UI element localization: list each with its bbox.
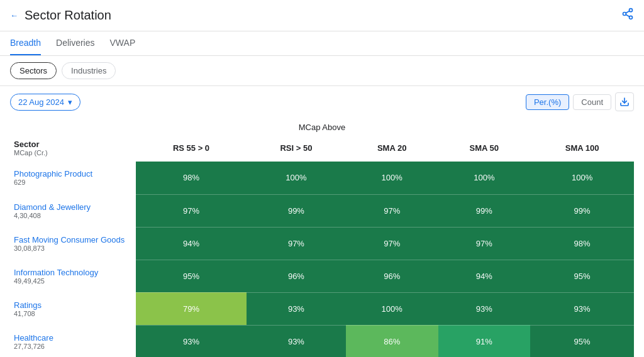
back-button[interactable]: ←: [10, 11, 18, 20]
col-header-sector: Sector MCap (Cr.): [10, 135, 136, 162]
data-cell-3-2: 96%: [346, 260, 438, 292]
header-left: ← Sector Rotation: [10, 8, 111, 23]
data-cell-3-1: 96%: [247, 260, 346, 292]
date-picker-button[interactable]: 22 Aug 2024 ▾: [10, 94, 80, 111]
sector-name[interactable]: Healthcare: [14, 333, 132, 343]
sector-name[interactable]: Photographic Product: [14, 169, 132, 178]
data-cell-4-4: 93%: [530, 292, 634, 325]
sector-cell: Ratings41,708: [10, 292, 136, 325]
data-cell-2-1: 97%: [247, 227, 346, 260]
table-row: Diamond & Jewellery4,30,40897%99%97%99%9…: [10, 194, 634, 227]
table-row: Fast Moving Consumer Goods30,08,87394%97…: [10, 227, 634, 260]
table-row: Information Technology49,49,42595%96%96%…: [10, 260, 634, 292]
data-cell-3-4: 95%: [530, 260, 634, 292]
data-cell-2-0: 94%: [136, 227, 247, 260]
col-header-rs: RS 55 > 0: [136, 135, 247, 162]
data-cell-5-2: 86%: [346, 325, 438, 357]
col-header-sma20: SMA 20: [346, 135, 438, 162]
share-icon[interactable]: [621, 8, 634, 23]
data-cell-1-4: 99%: [530, 194, 634, 227]
toolbar: 22 Aug 2024 ▾ Per.(%) Count: [0, 86, 644, 118]
sector-name[interactable]: Information Technology: [14, 268, 132, 277]
sector-name[interactable]: Fast Moving Consumer Goods: [14, 235, 132, 244]
data-cell-0-4: 100%: [530, 162, 634, 194]
chevron-down-icon: ▾: [68, 97, 72, 107]
tab-vwap[interactable]: VWAP: [110, 31, 136, 55]
sector-cell: Diamond & Jewellery4,30,408: [10, 194, 136, 227]
sector-cell: Fast Moving Consumer Goods30,08,873: [10, 227, 136, 260]
sector-mcap: 629: [14, 178, 132, 186]
sector-mcap: 49,49,425: [14, 277, 132, 285]
mcap-above-label: MCap Above: [10, 118, 634, 135]
data-cell-0-1: 100%: [247, 162, 346, 194]
tab-breadth[interactable]: Breadth: [10, 31, 41, 55]
data-cell-2-4: 98%: [530, 227, 634, 260]
table-row: Photographic Product62998%100%100%100%10…: [10, 162, 634, 194]
svg-line-4: [626, 11, 630, 13]
col-header-sma100: SMA 100: [530, 135, 634, 162]
sector-cell: Healthcare27,73,726: [10, 325, 136, 357]
data-cell-1-0: 97%: [136, 194, 247, 227]
data-cell-0-0: 98%: [136, 162, 247, 194]
date-label: 22 Aug 2024: [18, 97, 64, 107]
data-cell-4-1: 93%: [247, 292, 346, 325]
table-row: Ratings41,70879%93%100%93%93%: [10, 292, 634, 325]
data-cell-5-1: 93%: [247, 325, 346, 357]
col-header-rsi: RSI > 50: [247, 135, 346, 162]
data-cell-5-3: 91%: [438, 325, 531, 357]
data-cell-1-3: 99%: [438, 194, 531, 227]
data-cell-2-3: 97%: [438, 227, 531, 260]
data-cell-4-3: 93%: [438, 292, 531, 325]
tab-deliveries[interactable]: Deliveries: [56, 31, 94, 55]
nav-tabs: Breadth Deliveries VWAP: [0, 31, 644, 56]
data-cell-2-2: 97%: [346, 227, 438, 260]
data-cell-4-2: 100%: [346, 292, 438, 325]
data-cell-0-3: 100%: [438, 162, 531, 194]
header: ← Sector Rotation: [0, 0, 644, 31]
sector-mcap: 4,30,408: [14, 212, 132, 219]
data-table: Sector MCap (Cr.) RS 55 > 0 RSI > 50 SMA…: [10, 135, 634, 357]
data-cell-1-1: 99%: [247, 194, 346, 227]
data-cell-3-3: 94%: [438, 260, 531, 292]
data-cell-1-2: 97%: [346, 194, 438, 227]
data-cell-4-0: 79%: [136, 292, 247, 325]
count-toggle-button[interactable]: Count: [573, 94, 611, 110]
subtab-industries[interactable]: Industries: [62, 62, 116, 79]
data-cell-3-0: 95%: [136, 260, 247, 292]
download-button[interactable]: [615, 92, 634, 111]
table-container: MCap Above Sector MCap (Cr.) RS 55 > 0 R…: [0, 118, 644, 357]
sector-mcap: 27,73,726: [14, 343, 132, 350]
col-header-sma50: SMA 50: [438, 135, 531, 162]
table-row: Healthcare27,73,72693%93%86%91%95%: [10, 325, 634, 357]
data-cell-5-4: 95%: [530, 325, 634, 357]
toolbar-right: Per.(%) Count: [526, 92, 634, 111]
sub-tabs: Sectors Industries: [0, 56, 644, 86]
sector-name[interactable]: Ratings: [14, 300, 132, 310]
subtab-sectors[interactable]: Sectors: [10, 62, 57, 79]
sector-cell: Information Technology49,49,425: [10, 260, 136, 292]
per-toggle-button[interactable]: Per.(%): [526, 94, 569, 110]
sector-mcap: 30,08,873: [14, 244, 132, 252]
data-cell-0-2: 100%: [346, 162, 438, 194]
data-cell-5-0: 93%: [136, 325, 247, 357]
sector-mcap: 41,708: [14, 310, 132, 317]
svg-line-3: [626, 14, 630, 16]
sector-name[interactable]: Diamond & Jewellery: [14, 202, 132, 212]
page-title: Sector Rotation: [25, 8, 111, 23]
sector-cell: Photographic Product629: [10, 162, 136, 194]
